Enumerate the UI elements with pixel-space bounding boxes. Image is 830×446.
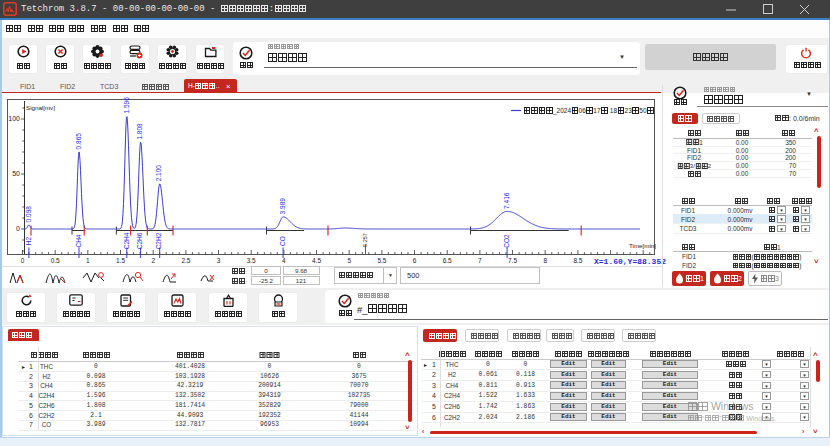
svg-text:1.808: 1.808 xyxy=(136,123,143,140)
svg-text:CH4: CH4 xyxy=(75,234,82,247)
svg-text:0.5: 0.5 xyxy=(51,257,60,264)
svg-text:5: 5 xyxy=(347,257,351,264)
svg-text:0.865: 0.865 xyxy=(75,133,82,150)
svg-text:3: 3 xyxy=(217,257,221,264)
svg-text:3.989: 3.989 xyxy=(279,198,286,215)
svg-text:CO: CO xyxy=(279,236,286,246)
svg-text:6.5: 6.5 xyxy=(443,257,452,264)
svg-text:C2H2: C2H2 xyxy=(155,232,162,249)
svg-text:CO2: CO2 xyxy=(503,234,510,248)
svg-text:5.5: 5.5 xyxy=(377,257,386,264)
svg-text:4.5: 4.5 xyxy=(312,257,321,264)
svg-text:2.100: 2.100 xyxy=(155,165,162,182)
svg-text:1.5: 1.5 xyxy=(116,257,125,264)
svg-text:50: 50 xyxy=(12,170,20,177)
svg-text:7.416: 7.416 xyxy=(503,192,510,209)
svg-text:1: 1 xyxy=(86,257,90,264)
svg-text:100: 100 xyxy=(8,115,20,122)
svg-text:2.5: 2.5 xyxy=(181,257,190,264)
svg-text:5.257: 5.257 xyxy=(362,233,368,247)
svg-text:7: 7 xyxy=(478,257,482,264)
svg-text:C2H6: C2H6 xyxy=(136,232,143,249)
svg-text:C2H4: C2H4 xyxy=(123,232,130,249)
svg-text:1.596: 1.596 xyxy=(123,97,130,114)
svg-text:0: 0 xyxy=(21,257,25,264)
svg-text:8: 8 xyxy=(543,257,547,264)
svg-text:2: 2 xyxy=(151,257,155,264)
svg-text:7.5: 7.5 xyxy=(508,257,517,264)
svg-text:6: 6 xyxy=(413,257,417,264)
svg-text:8.5: 8.5 xyxy=(573,257,582,264)
svg-text:0: 0 xyxy=(16,225,20,232)
svg-text:3.5: 3.5 xyxy=(247,257,256,264)
svg-text:H2: H2 xyxy=(25,236,32,245)
svg-text:0.098: 0.098 xyxy=(25,206,32,223)
